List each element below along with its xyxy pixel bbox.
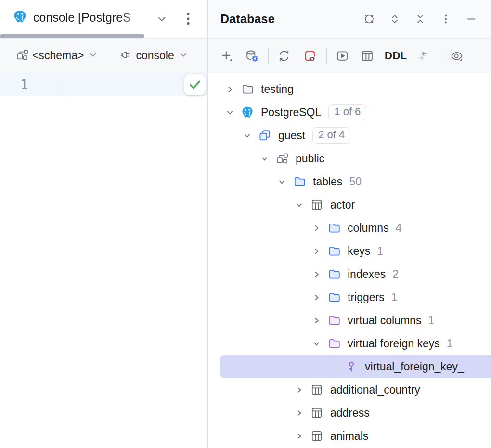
tree-row-indexes[interactable]: indexes2 [208,263,491,286]
tab-scrollbar[interactable] [0,34,144,38]
database-tool-window: Database [208,0,491,448]
tree-chevron-collapsed-icon[interactable] [292,424,306,448]
tree-row-label: keys [348,245,370,258]
tree-row-label: tables [313,175,342,188]
tree-chevron-expanded-icon[interactable] [223,101,236,124]
tree-row-postgresql[interactable]: PostgreSQL1 of 6 [208,101,491,124]
expand-all-icon[interactable] [389,13,401,25]
editor-tab-bar: console [PostgreS [0,0,207,39]
tree-chevron-collapsed-icon[interactable] [310,263,323,286]
console-icon [119,49,132,63]
tree-row-label: additional_country [330,383,420,396]
tree-chevron-collapsed-icon[interactable] [310,286,323,309]
tree-chevron-collapsed-icon[interactable] [310,309,323,332]
tree-row-keys[interactable]: keys1 [208,239,491,263]
database-icon [258,129,271,142]
schema-selector[interactable]: <schema> [16,49,98,63]
schema-selector-label: <schema> [32,49,84,62]
new-item-button[interactable] [220,49,233,63]
tree-row-virtual-foreign-key-[interactable]: virtual_foreign_key_ [208,355,491,378]
sql-editor[interactable]: 1 [0,73,207,448]
schema-icon [276,152,288,165]
ddl-button[interactable]: DDL [385,50,407,62]
database-panel-title: Database [220,12,275,26]
folder-blue-icon [328,268,340,280]
tree-row-label: PostgreSQL [261,106,321,119]
item-count: 1 [391,291,398,304]
folder-blue-icon [293,175,306,188]
folder-blue-icon [328,222,340,234]
jump-to-query-console-button[interactable] [336,49,349,63]
tree-chevron-collapsed-icon[interactable] [292,401,306,424]
tree-row-tables[interactable]: tables50 [208,170,491,193]
tree-row-label: columns [348,222,389,235]
toolbar-separator [326,48,327,64]
tree-row-label: triggers [348,291,385,304]
folder-purple-icon [328,314,340,327]
tree-chevron-expanded-icon[interactable] [310,332,323,355]
locate-icon[interactable] [363,13,375,25]
table-icon [310,430,323,442]
tree-row-label: public [296,152,324,165]
success-check-icon [188,78,202,92]
open-table-button[interactable] [361,49,374,63]
selection-badge: 2 of 4 [312,127,350,144]
tree-row-testing[interactable]: testing [208,78,491,101]
tree-chevron-expanded-icon[interactable] [258,147,271,170]
table-icon [310,383,323,396]
editor-panel: console [PostgreS <sch [0,0,207,448]
hide-icon[interactable] [465,13,477,25]
tree-row-actor[interactable]: actor [208,193,491,216]
data-source-properties-button[interactable] [245,49,258,63]
console-tab[interactable]: console [PostgreS [0,0,207,35]
datagrip-window: console [PostgreS <sch [0,0,491,448]
refresh-button[interactable] [277,49,291,63]
item-count: 50 [349,175,362,188]
jump-to-data-source-button[interactable] [416,49,429,63]
tree-row-virtual-foreign-keys[interactable]: virtual foreign keys1 [208,332,491,355]
item-count: 1 [447,337,453,350]
tree-row-triggers[interactable]: triggers1 [208,286,491,309]
run-status-widget[interactable] [184,74,206,95]
database-toolbar: DDL [208,39,491,73]
tree-chevron-collapsed-icon[interactable] [292,378,306,401]
disconnect-button[interactable] [303,49,317,63]
tree-row-address[interactable]: address [208,401,491,424]
selection-badge: 1 of 6 [328,104,366,120]
tab-more-options-icon[interactable] [182,11,194,29]
view-options-button[interactable] [450,49,464,63]
tree-chevron-collapsed-icon[interactable] [223,78,236,101]
tab-chevron-down-icon[interactable] [155,13,168,27]
folder-gray-icon [241,83,254,95]
table-icon [310,407,323,419]
tree-row-label: guest [278,129,305,142]
item-count: 4 [396,222,402,235]
folder-blue-icon [328,245,340,257]
tab-title: console [PostgreS [33,11,153,25]
tree-chevron-expanded-icon[interactable] [292,193,306,216]
tree-chevron-expanded-icon[interactable] [240,124,254,147]
schema-chevron-down-icon [88,50,98,62]
tree-row-label: address [330,407,370,420]
item-count: 2 [392,268,399,281]
tree-row-additional-country[interactable]: additional_country [208,378,491,401]
more-options-icon[interactable] [440,13,452,25]
collapse-all-icon[interactable] [414,13,426,25]
tree-chevron-collapsed-icon[interactable] [310,216,323,239]
tree-row-guest[interactable]: guest2 of 4 [208,124,491,147]
postgresql-icon [13,10,27,26]
console-toolbar: <schema> console [0,39,207,73]
tree-row-columns[interactable]: columns4 [208,216,491,239]
database-tree: testingPostgreSQL1 of 6guest2 of 4public… [208,73,491,448]
tree-chevron-collapsed-icon[interactable] [310,239,323,263]
line-number: 1 [0,78,28,92]
tree-row-label: virtual columns [348,314,421,327]
tree-row-virtual-columns[interactable]: virtual columns1 [208,309,491,332]
tree-row-animals[interactable]: animals [208,424,491,448]
console-chevron-down-icon [178,50,189,62]
console-selector[interactable]: console [119,49,188,63]
tree-chevron-expanded-icon[interactable] [275,170,288,193]
tree-row-public[interactable]: public [208,147,491,170]
tree-row-label: testing [261,83,294,96]
gutter-separator [65,73,65,448]
